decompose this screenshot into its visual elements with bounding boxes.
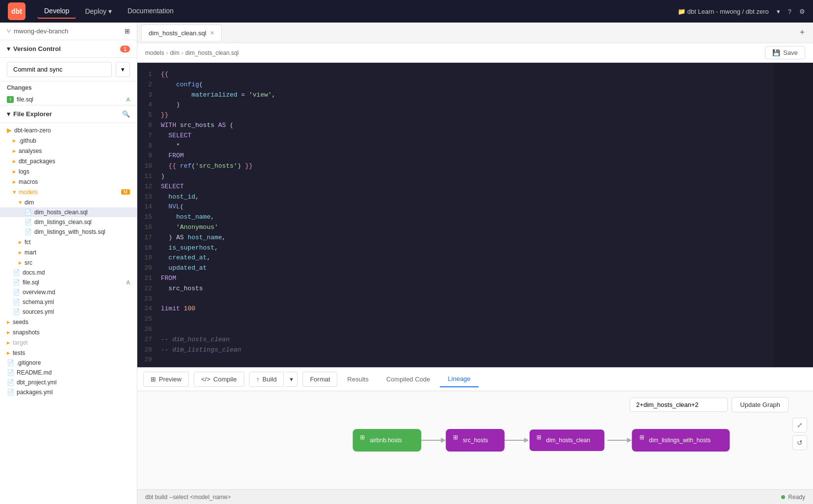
tree-item-docs-md[interactable]: 📄 docs.md	[0, 268, 137, 277]
folder-icon: ▸	[13, 147, 16, 154]
tree-item-label: snapshots	[13, 329, 40, 336]
build-button[interactable]: ↑ Build	[249, 372, 284, 387]
tree-item-dim-hosts-clean[interactable]: 📄 dim_hosts_clean.sql	[0, 207, 137, 217]
bottom-tabs: ⊞ Preview </> Compile ↑ Build ▾ Format R…	[137, 368, 813, 391]
breadcrumb-dim[interactable]: dim	[170, 50, 179, 56]
tree-item-dbt-project-yml[interactable]: 📄 dbt_project.yml	[0, 378, 137, 387]
tree-item-label: README.md	[17, 369, 51, 376]
tree-item-mart[interactable]: ▸ mart	[0, 247, 137, 257]
help-icon[interactable]: ?	[788, 8, 791, 15]
tree-item-dbt-packages[interactable]: ▸ dbt_packages	[0, 156, 137, 166]
tree-item-label: docs.md	[23, 269, 45, 276]
tree-item-label: src	[25, 259, 32, 266]
tree-item-dbt-learn-zero[interactable]: ▶ dbt-learn-zero	[0, 125, 137, 135]
tree-item-fct[interactable]: ▸ fct	[0, 237, 137, 247]
folder-icon: ▸	[19, 259, 22, 266]
code-content[interactable]: {{ config( materialized = 'view', ) }} W…	[157, 63, 774, 367]
tree-item-tests[interactable]: ▸ tests	[0, 348, 137, 358]
arrow-2	[524, 438, 529, 443]
commit-chevron-button[interactable]: ▾	[116, 62, 130, 77]
tree-item-sources-yml[interactable]: 📄 sources.yml	[0, 307, 137, 317]
file-icon: 📄	[13, 299, 20, 305]
chevron-down-icon[interactable]: ▾	[777, 8, 780, 15]
node-dim-listings-text: dim_listings_with_hosts	[649, 437, 711, 444]
tree-item-logs[interactable]: ▸ logs	[0, 166, 137, 176]
layout-icon[interactable]: ⊞	[125, 27, 130, 35]
preview-button[interactable]: ⊞ Preview	[143, 372, 189, 387]
commit-sync-button[interactable]: Commit and sync	[7, 62, 112, 77]
search-icon[interactable]: 🔍	[122, 110, 130, 118]
tree-item-label: analyses	[19, 148, 42, 154]
settings-icon[interactable]: ⚙	[799, 8, 805, 15]
tree-item-file-sql[interactable]: 📄 file.sql A	[0, 277, 137, 287]
file-explorer-section[interactable]: ▾ File Explorer 🔍	[0, 105, 137, 123]
tree-item-seeds[interactable]: ▸ seeds	[0, 317, 137, 327]
node-dim-hosts-clean-label: ⊞	[536, 434, 541, 441]
save-icon: 💾	[772, 49, 780, 56]
file-icon: 📄	[13, 289, 20, 296]
folder-icon: ▸	[7, 339, 10, 346]
nav-documentation[interactable]: Documentation	[121, 4, 180, 19]
file-icon: 📄	[13, 308, 20, 315]
tree-item-macros[interactable]: ▸ macros	[0, 176, 137, 187]
add-tab-button[interactable]: +	[795, 26, 809, 40]
file-icon: 📄	[25, 209, 32, 216]
fullscreen-button[interactable]: ⤢	[792, 418, 807, 432]
tree-item-analyses[interactable]: ▸ analyses	[0, 146, 137, 156]
nav-develop[interactable]: Develop	[37, 4, 76, 19]
tree-item-dim-listings-clean[interactable]: 📄 dim_listings_clean.sql	[0, 217, 137, 227]
tree-item-dim-listings-with-hosts[interactable]: 📄 dim_listings_with_hosts.sql	[0, 227, 137, 237]
status-bar: dbt build --select <model_name> Ready	[137, 489, 813, 504]
tree-item-gitignore[interactable]: 📄 .gitignore	[0, 358, 137, 368]
lineage-filter-input[interactable]	[630, 398, 728, 412]
tree-item-label: dbt-learn-zero	[14, 127, 51, 134]
tree-item-packages-yml[interactable]: 📄 packages.yml	[0, 387, 137, 397]
breadcrumb-models[interactable]: models	[145, 50, 164, 56]
tree-item-label: .gitignore	[17, 359, 41, 366]
tree-item-readme-md[interactable]: 📄 README.md	[0, 368, 137, 378]
tree-item-schema-yml[interactable]: 📄 schema.yml	[0, 297, 137, 307]
modified-badge-a: A	[127, 279, 130, 285]
tree-item-label: macros	[19, 178, 38, 185]
tree-item-label: packages.yml	[17, 389, 52, 396]
save-button[interactable]: 💾 Save	[765, 46, 805, 59]
file-icon: 📄	[25, 228, 32, 235]
format-button[interactable]: Format	[303, 372, 337, 387]
update-graph-button[interactable]: Update Graph	[732, 397, 788, 412]
node-airbnb-hosts-label: ⊞	[360, 434, 365, 441]
tree-item-models[interactable]: ▾ models M	[0, 187, 137, 197]
code-minimap	[774, 63, 813, 367]
preview-icon: ⊞	[151, 376, 156, 383]
node-src-hosts-text: src_hosts	[463, 437, 488, 444]
main-layout: ⑂ mwong-dev-branch ⊞ ▾ Version Control 1…	[0, 23, 813, 504]
refresh-button[interactable]: ↺	[792, 435, 807, 450]
node-dim-hosts-clean-text: dim_hosts_clean	[546, 437, 590, 444]
lineage-panel: Update Graph ⤢ ↺	[137, 391, 813, 489]
build-dropdown-button[interactable]: ▾	[286, 372, 298, 387]
version-control-section[interactable]: ▾ Version Control 1	[0, 40, 137, 58]
tree-item-target[interactable]: ▸ target	[0, 337, 137, 348]
tab-lineage[interactable]: Lineage	[440, 371, 478, 387]
chevron-down-icon: ▾	[7, 45, 10, 52]
code-editor[interactable]: 1234567891011121314151617181920212223242…	[137, 63, 813, 367]
file-icon: 📄	[13, 279, 20, 286]
build-icon: ↑	[256, 376, 260, 383]
tree-item-snapshots[interactable]: ▸ snapshots	[0, 327, 137, 337]
tree-item-label: dim_listings_clean.sql	[34, 219, 92, 226]
tree-item-overview-md[interactable]: 📄 overview.md	[0, 287, 137, 297]
compile-button[interactable]: </> Compile	[194, 372, 244, 387]
tree-item-label: logs	[19, 168, 29, 175]
tree-item-dim[interactable]: ▾ dim	[0, 197, 137, 207]
nav-deploy[interactable]: Deploy ▾	[78, 4, 119, 19]
close-icon[interactable]: ×	[210, 29, 214, 37]
file-icon: 📄	[7, 359, 14, 366]
tab-compiled-code[interactable]: Compiled Code	[379, 372, 438, 387]
file-icon: 📄	[25, 219, 32, 226]
tab-results[interactable]: Results	[339, 372, 376, 387]
folder-icon: ▾	[19, 199, 22, 206]
tree-item-github[interactable]: ▸ .github	[0, 135, 137, 146]
commit-bar: Commit and sync ▾	[0, 58, 137, 81]
tree-item-label: dim_listings_with_hosts.sql	[34, 228, 105, 235]
editor-tab-dim-hosts-clean[interactable]: dim_hosts_clean.sql ×	[141, 25, 222, 41]
tree-item-src[interactable]: ▸ src	[0, 257, 137, 268]
